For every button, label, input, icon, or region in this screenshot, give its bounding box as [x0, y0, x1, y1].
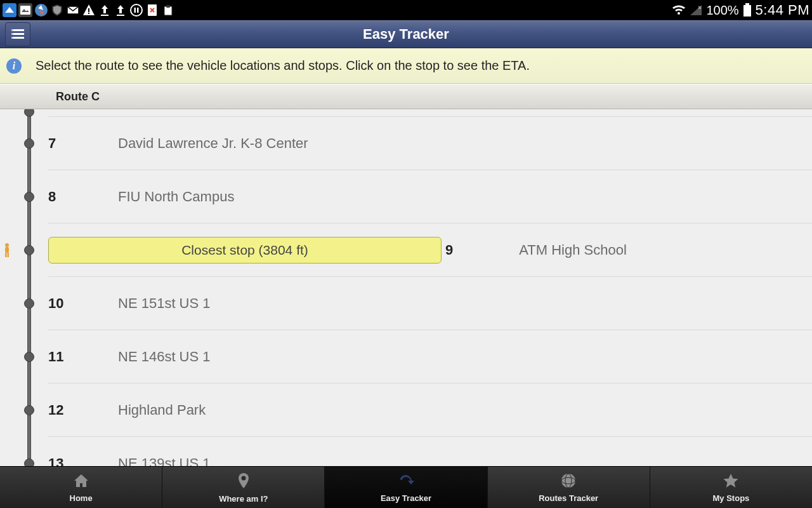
- home-icon: [72, 472, 90, 493]
- pin-icon: [236, 472, 251, 494]
- info-icon: i: [6, 58, 22, 74]
- svg-rect-16: [743, 5, 751, 17]
- stop-name: NE 151st US 1: [118, 295, 211, 312]
- refresh-icon: [397, 472, 415, 493]
- svg-rect-11: [137, 8, 139, 13]
- upload-icon: [114, 3, 128, 17]
- stop-name: David Lawrence Jr. K-8 Center: [118, 135, 308, 152]
- svg-rect-10: [134, 8, 136, 13]
- tab-my-stops[interactable]: My Stops: [650, 467, 812, 508]
- svg-point-29: [561, 474, 575, 488]
- tab-label: My Stops: [713, 493, 750, 503]
- star-icon: [722, 472, 740, 493]
- svg-rect-2: [20, 6, 30, 15]
- tab-routes-tracker[interactable]: Routes Tracker: [488, 467, 650, 508]
- stop-row[interactable]: 13NE 139st US 1: [48, 437, 812, 466]
- stop-number: 12: [48, 402, 118, 418]
- warning-icon: [82, 3, 96, 17]
- bottom-tab-bar: HomeWhere am I?Easy TrackerRoutes Tracke…: [0, 466, 812, 508]
- tab-label: Routes Tracker: [539, 493, 598, 503]
- partial-row-top: [48, 109, 812, 117]
- wifi-icon: [672, 4, 686, 16]
- shield-icon: [50, 3, 64, 17]
- status-time: 5:44 PM: [756, 2, 809, 18]
- tab-where-am-i[interactable]: Where am I?: [162, 467, 325, 508]
- menu-button[interactable]: [5, 22, 30, 46]
- tab-easy-tracker[interactable]: Easy Tracker: [325, 467, 487, 508]
- svg-rect-8: [117, 15, 124, 16]
- closest-stop-badge: Closest stop (3804 ft): [48, 237, 442, 264]
- stop-name: NE 146st US 1: [118, 349, 211, 365]
- stop-name: FIU North Campus: [118, 189, 234, 205]
- info-text: Select the route to see the vehicle loca…: [36, 58, 530, 73]
- svg-point-15: [678, 12, 680, 15]
- svg-rect-5: [88, 8, 89, 12]
- tab-label: Home: [70, 493, 93, 503]
- route-header[interactable]: Route C: [0, 84, 812, 109]
- list-icon: [11, 29, 24, 39]
- stop-name: NE 139st US 1: [118, 455, 211, 467]
- svg-rect-14: [166, 5, 170, 8]
- pause-icon: [129, 3, 143, 17]
- app-header: Easy Tracker: [0, 20, 812, 48]
- battery-percent: 100%: [706, 3, 738, 18]
- stop-number: 13: [48, 455, 118, 467]
- app-title: Easy Tracker: [0, 26, 812, 43]
- info-banner: i Select the route to see the vehicle lo…: [0, 48, 812, 84]
- status-right: 100% 5:44 PM: [672, 2, 809, 18]
- stop-name: Highland Park: [118, 402, 206, 418]
- stop-row[interactable]: Closest stop (3804 ft)9ATM High School: [48, 224, 812, 277]
- stop-number: 8: [48, 189, 118, 205]
- signal-icon: [690, 4, 702, 16]
- stop-row[interactable]: 11NE 146st US 1: [48, 330, 812, 384]
- upload-icon: [98, 3, 112, 17]
- android-status-bar: 100% 5:44 PM: [0, 0, 812, 20]
- stop-number: 11: [48, 349, 118, 365]
- svg-rect-6: [88, 13, 89, 14]
- svg-rect-13: [164, 6, 172, 15]
- svg-rect-21: [11, 29, 13, 31]
- stop-row[interactable]: 10NE 151st US 1: [48, 277, 812, 330]
- battery-icon: [743, 3, 752, 17]
- stop-number: 7: [48, 135, 118, 152]
- svg-rect-7: [101, 15, 108, 16]
- stop-row[interactable]: 7David Lawrence Jr. K-8 Center: [48, 117, 812, 170]
- stop-number: 9: [445, 242, 453, 258]
- stop-row[interactable]: 12Highland Park: [48, 384, 812, 437]
- svg-rect-17: [745, 3, 749, 5]
- svg-point-9: [131, 4, 142, 16]
- clipboard-icon: [161, 3, 175, 17]
- tab-home[interactable]: Home: [0, 467, 162, 508]
- stops-list[interactable]: 7David Lawrence Jr. K-8 Center8FIU North…: [0, 109, 812, 466]
- close-doc-icon: [145, 3, 159, 17]
- browser-icon: [34, 3, 48, 17]
- gallery-icon: [18, 3, 32, 17]
- stop-row[interactable]: 8FIU North Campus: [48, 170, 812, 224]
- stop-name: ATM High School: [519, 242, 627, 258]
- svg-rect-22: [11, 33, 13, 35]
- svg-point-28: [241, 476, 246, 480]
- stop-number: 10: [48, 295, 118, 312]
- status-left-icons: [3, 3, 175, 17]
- route-label: Route C: [56, 90, 100, 104]
- app-icon: [3, 3, 16, 17]
- globe-icon: [560, 472, 577, 493]
- svg-rect-23: [11, 37, 13, 39]
- tab-label: Easy Tracker: [381, 493, 431, 503]
- mail-icon: [66, 3, 80, 17]
- tab-label: Where am I?: [219, 494, 268, 504]
